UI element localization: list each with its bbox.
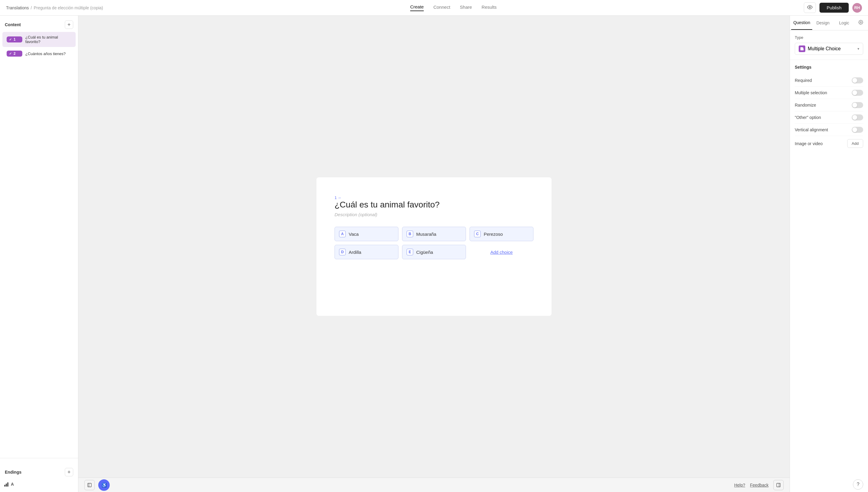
svg-point-0 <box>809 7 811 8</box>
add-choice-link[interactable]: Add choice <box>470 245 534 259</box>
image-video-label: Image or video <box>795 141 823 146</box>
bar-chart-icon <box>4 482 8 487</box>
bottom-right: Help? Feedback <box>734 480 783 490</box>
type-name: Multiple Choice <box>808 46 841 51</box>
setting-label-multiple: Multiple selection <box>795 90 827 95</box>
setting-vertical-alignment: Vertical alignment <box>795 124 863 136</box>
q-num: 1 <box>334 195 337 200</box>
panel-toggle-button[interactable] <box>773 480 783 490</box>
setting-label-randomize: Randomize <box>795 103 816 107</box>
question-number-2: 2 <box>14 51 16 56</box>
bottom-bar: ♿ Help? Feedback <box>78 477 790 492</box>
tab-create[interactable]: Create <box>410 4 424 11</box>
tab-connect[interactable]: Connect <box>433 4 450 11</box>
main-layout: Content + ✓ 1 ¿Cuál es tu animal favorit… <box>0 16 868 492</box>
help-link[interactable]: Help? <box>734 483 745 488</box>
choice-a[interactable]: A Vaca <box>334 227 398 241</box>
type-icon <box>799 46 805 52</box>
toggle-randomize[interactable] <box>852 102 863 108</box>
add-media-button[interactable]: Add <box>847 139 863 148</box>
tab-share[interactable]: Share <box>460 4 472 11</box>
question-title[interactable]: ¿Cuál es tu animal favorito? <box>334 200 534 210</box>
feedback-link[interactable]: Feedback <box>750 483 769 488</box>
choice-label-e: Cigüeña <box>416 250 433 255</box>
ending-letter: A <box>11 482 14 487</box>
breadcrumb-link[interactable]: Translations <box>6 5 29 10</box>
setting-other-option: "Other" option <box>795 112 863 124</box>
content-section-header: Content + <box>0 16 78 31</box>
check-icon-1: ✓ <box>9 38 12 42</box>
svg-point-5 <box>860 22 861 23</box>
choice-label-c: Perezoso <box>484 231 503 237</box>
question-number-1: 1 <box>14 37 16 42</box>
question-item-2[interactable]: ✓ 2 ¿Cuántos años tienes? <box>2 48 76 59</box>
nav-tabs: Create Connect Share Results <box>410 4 497 11</box>
nav-right: Publish RH <box>804 2 862 13</box>
check-icon-2: ✓ <box>9 52 12 56</box>
setting-multiple-selection: Multiple selection <box>795 87 863 99</box>
add-ending-button[interactable]: + <box>65 468 73 476</box>
choice-label-b: Musaraña <box>416 231 437 237</box>
avatar: RH <box>852 3 862 13</box>
tab-question[interactable]: Question <box>791 16 812 30</box>
choices-grid: A Vaca B Musaraña C Perezoso D Ardilla <box>334 227 534 259</box>
choice-key-a: A <box>339 231 346 237</box>
question-text-1: ¿Cuál es tu animal favorito? <box>25 35 71 44</box>
publish-button[interactable]: Publish <box>819 3 849 13</box>
left-sidebar: Content + ✓ 1 ¿Cuál es tu animal favorit… <box>0 16 78 492</box>
type-section: Type Multiple Choice ▾ <box>790 30 868 59</box>
type-selector-left: Multiple Choice <box>799 46 841 52</box>
endings-item[interactable]: A <box>0 479 78 490</box>
question-badge-2: ✓ 2 <box>7 51 22 57</box>
type-selector[interactable]: Multiple Choice ▾ <box>795 43 863 55</box>
tab-design[interactable]: Design <box>812 16 833 29</box>
bottom-left: ♿ <box>85 479 110 491</box>
choice-key-d: D <box>339 249 346 255</box>
gear-icon[interactable] <box>855 16 867 30</box>
endings-header: Endings + <box>0 463 78 479</box>
endings-label: Endings <box>5 470 21 474</box>
setting-required: Required <box>795 74 863 87</box>
accessibility-button[interactable]: ♿ <box>99 480 109 490</box>
endings-section: Endings + A <box>0 461 78 492</box>
questions-list: ✓ 1 ¿Cuál es tu animal favorito? ✓ 2 ¿Cu… <box>0 31 78 456</box>
question-text-2: ¿Cuántos años tienes? <box>25 51 71 56</box>
breadcrumb: Translations / Pregunta de elección múlt… <box>6 5 103 10</box>
settings-title: Settings <box>795 65 863 70</box>
add-question-button[interactable]: + <box>65 21 73 29</box>
tab-results[interactable]: Results <box>482 4 497 11</box>
choice-label-a: Vaca <box>349 231 359 237</box>
choice-key-c: C <box>474 231 481 237</box>
tab-logic[interactable]: Logic <box>834 16 855 29</box>
choice-c[interactable]: C Perezoso <box>470 227 534 241</box>
setting-randomize: Randomize <box>795 99 863 112</box>
right-sidebar: Question Design Logic Type Multiple Choi… <box>790 16 868 492</box>
toggle-multiple-selection[interactable] <box>852 90 863 96</box>
choice-label-d: Ardilla <box>349 250 361 255</box>
toggle-required[interactable] <box>852 77 863 83</box>
sidebar-divider <box>0 458 78 458</box>
setting-label-other: "Other" option <box>795 115 821 120</box>
question-badge-1: ✓ 1 <box>7 36 22 43</box>
choice-b[interactable]: B Musaraña <box>402 227 466 241</box>
accessibility-container: ♿ <box>98 479 110 491</box>
help-corner: ? <box>847 479 863 490</box>
help-circle-button[interactable]: ? <box>853 479 863 490</box>
choice-key-e: E <box>406 249 413 255</box>
top-nav: Translations / Pregunta de elección múlt… <box>0 0 868 16</box>
choice-e[interactable]: E Cigüeña <box>402 245 466 259</box>
toggle-other-option[interactable] <box>852 115 863 120</box>
question-card: 1 → ¿Cuál es tu animal favorito? Descrip… <box>316 177 552 316</box>
question-description[interactable]: Description (optional) <box>334 212 534 217</box>
choice-key-b: B <box>406 231 413 237</box>
setting-label-vertical: Vertical alignment <box>795 127 828 132</box>
choice-d[interactable]: D Ardilla <box>334 245 398 259</box>
svg-rect-3 <box>777 483 780 487</box>
type-label: Type <box>795 35 863 40</box>
question-item-1[interactable]: ✓ 1 ¿Cuál es tu animal favorito? <box>2 32 76 47</box>
main-content: 1 → ¿Cuál es tu animal favorito? Descrip… <box>78 16 790 492</box>
toggle-vertical-alignment[interactable] <box>852 127 863 133</box>
question-number-indicator: 1 → <box>334 195 534 200</box>
sidebar-toggle-button[interactable] <box>85 480 95 490</box>
preview-button[interactable] <box>804 2 816 13</box>
